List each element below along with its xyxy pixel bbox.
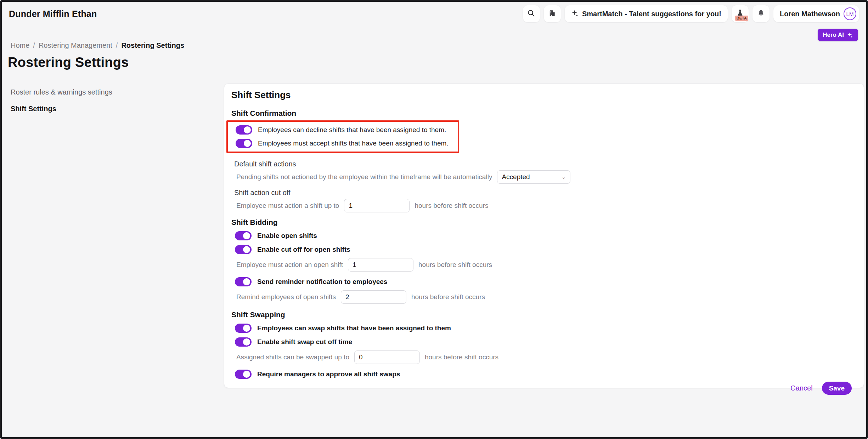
user-menu[interactable]: Loren Mathewson LM — [773, 5, 859, 22]
smartmatch-label: SmartMatch - Talent suggestions for you! — [582, 10, 721, 18]
card-footer: Cancel Save — [231, 379, 854, 396]
hero-ai-label: Hero AI — [823, 32, 844, 39]
company-title: Dunder Mifflin Ethan — [9, 9, 97, 19]
annotation-highlight-box: Employees can decline shifts that have b… — [226, 120, 459, 153]
breadcrumb-home[interactable]: Home — [11, 41, 29, 50]
organisation-button[interactable] — [544, 5, 561, 22]
settings-nav: Roster rules & warnings settings Shift S… — [11, 88, 209, 113]
enable-open-shifts-toggle[interactable] — [235, 231, 252, 240]
shift-action-cut-off-prefix: Employee must action a shift up to — [236, 202, 339, 210]
open-shift-cut-off-prefix: Employee must action an open shift — [236, 261, 343, 269]
search-icon — [527, 9, 535, 19]
accept-shifts-row: Employees must accept shifts that have b… — [236, 139, 449, 148]
send-reminder-row: Send reminder notification to employees — [235, 277, 854, 286]
avatar: LM — [844, 7, 856, 20]
accept-shifts-toggle[interactable] — [236, 139, 252, 148]
swap-cut-off-toggle-row: Enable shift swap cut off time — [235, 337, 854, 347]
reminder-suffix: hours before shift occurs — [411, 293, 485, 301]
decline-shifts-toggle[interactable] — [236, 125, 252, 135]
require-approval-row: Require managers to approve all shift sw… — [235, 370, 854, 379]
swap-cut-off-toggle-label: Enable shift swap cut off time — [257, 338, 352, 346]
default-action-select[interactable]: Accepted ⌄ — [497, 170, 570, 184]
section-shift-swapping: Shift Swapping — [231, 310, 854, 319]
default-shift-actions-row: Pending shifts not actioned by the emplo… — [236, 170, 854, 184]
accept-shifts-label: Employees must accept shifts that have b… — [258, 139, 449, 147]
smartmatch-banner[interactable]: SmartMatch - Talent suggestions for you! — [565, 5, 728, 22]
header-actions: SmartMatch - Talent suggestions for you!… — [523, 5, 859, 22]
shift-action-cut-off-suffix: hours before shift occurs — [415, 202, 488, 210]
card-title: Shift Settings — [231, 90, 854, 101]
nav-item-shift-settings[interactable]: Shift Settings — [11, 105, 209, 113]
section-shift-confirmation: Shift Confirmation — [231, 109, 854, 118]
require-approval-label: Require managers to approve all shift sw… — [257, 370, 400, 378]
swap-cut-off-toggle[interactable] — [235, 337, 252, 347]
default-shift-actions-description: Pending shifts not actioned by the emplo… — [236, 173, 492, 181]
chevron-down-icon: ⌄ — [562, 174, 566, 180]
swap-shifts-toggle[interactable] — [235, 324, 252, 333]
breadcrumb-separator: / — [116, 41, 118, 50]
notifications-button[interactable] — [753, 5, 770, 22]
open-shift-cut-off-input[interactable] — [348, 258, 413, 272]
shift-action-cut-off-input[interactable] — [344, 199, 410, 212]
enable-open-shifts-label: Enable open shifts — [257, 232, 317, 240]
shift-settings-card: Shift Settings Shift Confirmation Employ… — [224, 84, 864, 388]
page-title: Rostering Settings — [8, 55, 129, 70]
default-action-selected: Accepted — [502, 173, 530, 181]
open-shift-cut-off-row: Employee must action an open shift hours… — [236, 258, 854, 272]
sparkle-icon — [571, 10, 579, 18]
breadcrumb-rostering-management[interactable]: Rostering Management — [39, 41, 112, 50]
save-button[interactable]: Save — [822, 382, 852, 395]
sparkle-icon — [847, 32, 853, 38]
user-name: Loren Mathewson — [780, 10, 840, 18]
enable-cut-off-toggle[interactable] — [235, 245, 252, 254]
search-button[interactable] — [523, 5, 540, 22]
swap-cut-off-prefix: Assigned shifts can be swapped up to — [236, 353, 349, 361]
reminder-prefix: Remind employees of open shifts — [236, 293, 336, 301]
swap-cut-off-row: Assigned shifts can be swapped up to hou… — [236, 350, 854, 364]
section-shift-bidding: Shift Bidding — [231, 218, 854, 227]
swap-shifts-row: Employees can swap shifts that have been… — [235, 324, 854, 333]
default-shift-actions-label: Default shift actions — [234, 160, 854, 168]
notification-bell-icon — [757, 9, 765, 18]
shift-action-cut-off-label: Shift action cut off — [234, 189, 854, 197]
breadcrumb: Home / Rostering Management / Rostering … — [11, 41, 184, 50]
shift-action-cut-off-row: Employee must action a shift up to hours… — [236, 199, 854, 212]
beta-badge: BETA — [735, 16, 748, 21]
swap-cut-off-suffix: hours before shift occurs — [425, 353, 498, 361]
app-window: Dunder Mifflin Ethan — [0, 0, 868, 439]
decline-shifts-row: Employees can decline shifts that have b… — [236, 125, 449, 135]
experiments-button[interactable]: BETA — [732, 5, 749, 22]
swap-cut-off-input[interactable] — [354, 350, 420, 364]
decline-shifts-label: Employees can decline shifts that have b… — [258, 126, 446, 134]
require-approval-toggle[interactable] — [235, 370, 252, 379]
hero-ai-button[interactable]: Hero AI — [818, 29, 858, 41]
open-shift-cut-off-suffix: hours before shift occurs — [418, 261, 492, 269]
organisation-icon — [548, 9, 556, 19]
swap-shifts-label: Employees can swap shifts that have been… — [257, 324, 451, 332]
nav-item-roster-rules[interactable]: Roster rules & warnings settings — [11, 88, 209, 96]
breadcrumb-current: Rostering Settings — [121, 41, 184, 50]
enable-cut-off-label: Enable cut off for open shifts — [257, 246, 350, 253]
reminder-hours-row: Remind employees of open shifts hours be… — [236, 290, 854, 304]
send-reminder-toggle[interactable] — [235, 277, 252, 286]
breadcrumb-separator: / — [33, 41, 35, 50]
cancel-button[interactable]: Cancel — [790, 384, 812, 392]
enable-cut-off-row: Enable cut off for open shifts — [235, 245, 854, 254]
send-reminder-label: Send reminder notification to employees — [257, 278, 387, 286]
top-header: Dunder Mifflin Ethan — [2, 2, 866, 26]
enable-open-shifts-row: Enable open shifts — [235, 231, 854, 240]
reminder-hours-input[interactable] — [341, 290, 406, 304]
